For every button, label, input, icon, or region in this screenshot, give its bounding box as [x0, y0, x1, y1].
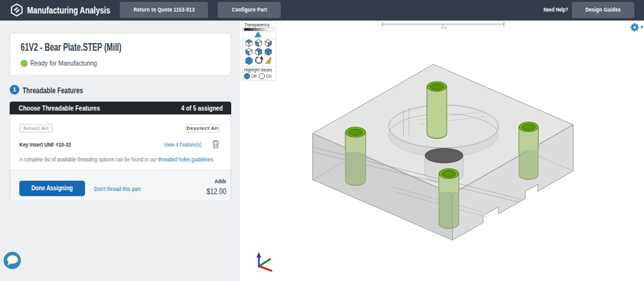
svg-text:1 in: 1 in — [440, 26, 447, 30]
svg-text:Off: Off — [251, 74, 257, 78]
svg-text:Highlight Issues: Highlight Issues — [244, 68, 272, 73]
svg-text:On: On — [266, 74, 272, 78]
svg-text:Transparency: Transparency — [244, 23, 270, 28]
